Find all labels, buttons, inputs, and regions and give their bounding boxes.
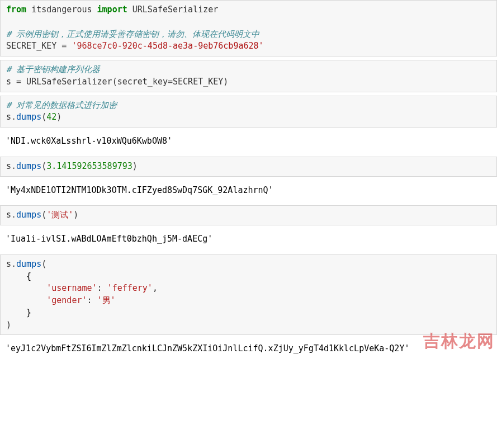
token-kw: import [97,4,127,15]
token-nm: SECRET_KEY) [173,77,228,87]
code-cell: # 对常见的数据格式进行加密 s.dumps(42) [0,96,497,128]
token-nm: ( [41,112,46,122]
token-nm: : [87,295,97,305]
token-str: 'feffery' [107,283,153,293]
token-str: '968ce7c0-920c-45d8-ae3a-9eb76cb9a628' [72,41,263,51]
token-nm: ) [56,112,61,122]
code-cell: s.dumps(3.141592653589793) [0,157,497,177]
token-nm: ) [73,210,78,220]
code-cell: from itsdangerous import URLSafeSerializ… [0,0,497,56]
token-op: . [11,210,16,220]
token-nm: ( [41,259,46,269]
token-str: 'username' [46,283,97,293]
token-op: = [168,77,173,87]
output-text: 'NDI.wck0XaLsshrl-v10xWQu6KwbOW8' [0,131,497,153]
token-num: 42 [46,112,56,122]
token-nm: s [6,161,11,171]
code-block: s.dumps('测试') [0,205,497,225]
token-func: dumps [16,210,41,220]
code-cell: s.dumps( { 'username': 'feffery', 'gende… [0,254,497,336]
token-kw: from [6,4,26,15]
token-nm: , [153,283,158,293]
token-op: . [11,112,16,122]
token-nm: itsdangerous [26,4,97,15]
token-str: '男' [97,295,116,305]
token-nm: ) [6,320,11,330]
token-nm: ) [132,161,138,171]
code-block: # 基于密钥构建序列化器 s = URLSafeSerializer(secre… [0,60,497,92]
token-nm: URLSafeSerializer [127,4,219,15]
code-block: s.dumps( { 'username': 'feffery', 'gende… [0,254,497,336]
token-nm: s [6,77,16,87]
token-comment: # 示例用密钥，正式使用请妥善存储密钥，请勿、体现在代码明文中 [6,29,259,39]
token-nm: URLSafeSerializer(secret_key [21,77,168,87]
token-nm: ( [41,210,46,220]
token-op: . [11,161,16,171]
notebook-document: from itsdangerous import URLSafeSerializ… [0,0,497,361]
code-cell: s.dumps('测试') [0,205,497,225]
token-comment: # 对常见的数据格式进行加密 [6,100,117,110]
token-op: . [11,259,16,269]
output-text: 'Iua1i-ivlSI.wABdLOAmEft0bzhQh_j5M-dAECg… [0,229,497,251]
output-cell: 'Iua1i-ivlSI.wABdLOAmEft0bzhQh_j5M-dAECg… [0,229,497,251]
code-block: from itsdangerous import URLSafeSerializ… [0,0,497,56]
code-cell: # 基于密钥构建序列化器 s = URLSafeSerializer(secre… [0,60,497,92]
token-num: 3.141592653589793 [46,161,132,171]
token-nm: s [6,112,11,122]
token-nm: : [97,283,107,293]
token-func: dumps [16,112,41,122]
token-nm: s [6,259,11,269]
output-text: 'eyJ1c2VybmFtZSI6ImZlZmZlcnkiLCJnZW5kZXI… [0,338,497,361]
token-str: 'gender' [46,295,87,305]
output-text: 'My4xNDE1OTI2NTM1ODk3OTM.cIFZyed8SwDq7SG… [0,180,497,202]
output-cell: 'My4xNDE1OTI2NTM1ODk3OTM.cIFZyed8SwDq7SG… [0,180,497,202]
output-cell: 'eyJ1c2VybmFtZSI6ImZlZmZlcnkiLCJnZW5kZXI… [0,338,497,361]
token-func: dumps [16,161,41,171]
token-comment: # 基于密钥构建序列化器 [6,64,100,74]
code-block: s.dumps(3.141592653589793) [0,157,497,177]
token-nm: s [6,210,11,220]
token-nm: SECRET_KEY [6,41,61,51]
token-nm: ( [41,161,46,171]
token-str: '测试' [46,210,73,220]
token-op: = [16,77,21,87]
code-block: # 对常见的数据格式进行加密 s.dumps(42) [0,96,497,128]
output-cell: 'NDI.wck0XaLsshrl-v10xWQu6KwbOW8' [0,131,497,153]
token-func: dumps [16,259,41,269]
